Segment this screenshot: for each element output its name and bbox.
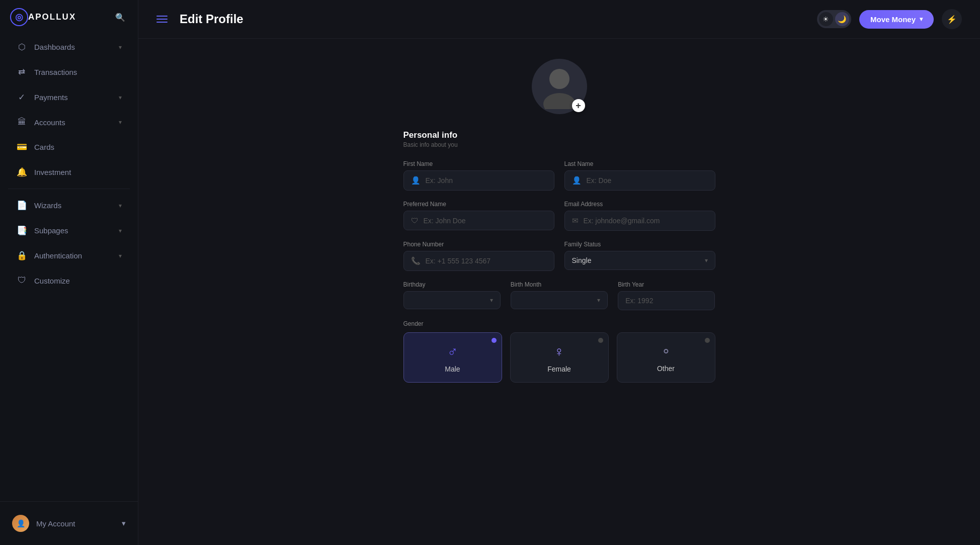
chevron-down-icon: ▾ [119,227,122,234]
gender-female-label: Female [547,365,571,373]
sidebar-item-label: Subpages [34,226,68,235]
phone-input[interactable] [426,257,547,265]
other-icon: ⚬ [661,344,672,359]
svg-point-0 [549,69,569,89]
content-area: + Personal info Basic info about you Fir… [138,39,980,545]
authentication-icon: 🔒 [16,250,27,261]
family-status-group: Family Status Single Married Divorced Wi… [564,241,715,271]
birthday-label: Birthday [403,281,501,288]
gender-other[interactable]: ⚬ Other [617,332,715,383]
gender-male[interactable]: ♂ Male [403,332,502,383]
birth-month-dropdown[interactable]: ▾ [511,291,608,309]
preferred-name-input[interactable] [424,217,547,225]
profile-avatar-wrapper: + [532,59,587,114]
sidebar-item-label: Investment [34,168,71,176]
cards-icon: 💳 [16,142,27,152]
last-name-input-wrapper: 👤 [564,170,715,191]
chevron-down-icon: ▾ [122,519,126,528]
move-money-label: Move Money [870,15,916,24]
chevron-down-icon: ▾ [119,202,122,209]
sidebar-item-subpages[interactable]: 📑 Subpages ▾ [4,218,134,243]
investment-icon: 🔔 [16,167,27,177]
customize-icon: 🛡 [16,276,27,286]
birth-year-label: Birth Year [618,281,715,288]
shield-icon: 🛡 [411,216,419,225]
app-name: APOLLUX [28,12,76,22]
sidebar-item-investment[interactable]: 🔔 Investment [4,160,134,185]
birth-year-input[interactable] [625,297,707,305]
sidebar-item-label: Wizards [34,201,61,210]
family-status-select-wrapper[interactable]: Single Married Divorced Widowed ▾ [564,251,715,270]
person-icon: 👤 [411,176,421,185]
search-icon[interactable]: 🔍 [113,10,128,25]
header-right: ☀ 🌙 Move Money ▾ ⚡ [817,9,962,29]
chevron-down-icon: ▾ [920,16,923,23]
email-icon: ✉ [572,216,579,225]
family-status-label: Family Status [564,241,715,248]
phone-group: Phone Number 📞 [403,241,554,271]
avatar: 👤 [12,515,29,532]
logo-icon: ◎ [10,8,28,26]
gender-female[interactable]: ♀ Female [510,332,609,383]
gender-label: Gender [403,320,715,327]
menu-icon[interactable] [156,16,168,23]
sidebar-item-cards[interactable]: 💳 Cards [4,135,134,159]
theme-toggle[interactable]: ☀ 🌙 [817,10,851,28]
chevron-down-icon: ▾ [705,257,708,264]
phone-icon: 📞 [411,256,421,265]
gender-male-label: Male [445,365,460,373]
email-label: Email Address [564,201,715,208]
move-money-button[interactable]: Move Money ▾ [859,10,934,29]
sidebar: ◎ APOLLUX 🔍 ⬡ Dashboards ▾ ⇄ Transaction… [0,0,138,545]
preferred-email-row: Preferred Name 🛡 Email Address ✉ [403,201,715,231]
logo-row: ◎ APOLLUX 🔍 [0,0,138,30]
sidebar-item-payments[interactable]: ✓ Payments ▾ [4,85,134,110]
gender-options: ♂ Male ♀ Female ⚬ Other [403,332,715,383]
sidebar-item-label: Customize [34,277,70,285]
my-account-label: My Account [36,519,75,528]
my-account-item[interactable]: 👤 My Account ▾ [0,508,138,539]
email-input-wrapper: ✉ [564,211,715,231]
sidebar-item-wizards[interactable]: 📄 Wizards ▾ [4,193,134,218]
sidebar-item-dashboards[interactable]: ⬡ Dashboards ▾ [4,35,134,59]
phone-input-wrapper: 📞 [403,251,554,271]
moon-icon: 🌙 [835,12,849,26]
sidebar-item-label: Dashboards [34,43,75,51]
birth-year-input-wrapper [618,291,715,310]
sidebar-item-transactions[interactable]: ⇄ Transactions [4,60,134,84]
accounts-icon: 🏛 [16,117,27,127]
female-icon: ♀ [554,344,564,360]
sidebar-item-customize[interactable]: 🛡 Customize [4,268,134,293]
sidebar-item-label: Payments [34,93,68,102]
payments-icon: ✓ [16,92,27,103]
sidebar-item-authentication[interactable]: 🔒 Authentication ▾ [4,243,134,268]
page-title: Edit Profile [180,12,243,26]
sidebar-item-label: Accounts [34,118,65,127]
email-input[interactable] [584,217,708,225]
last-name-input[interactable] [587,176,708,185]
birth-month-group: Birth Month ▾ [511,281,608,310]
chevron-down-icon: ▾ [490,297,493,304]
chevron-down-icon: ▾ [119,44,122,51]
first-name-input[interactable] [426,176,547,185]
preferred-name-group: Preferred Name 🛡 [403,201,554,231]
subpages-icon: 📑 [16,225,27,236]
sidebar-item-accounts[interactable]: 🏛 Accounts ▾ [4,110,134,134]
preferred-name-label: Preferred Name [403,201,554,208]
wizards-icon: 📄 [16,200,27,211]
chevron-down-icon: ▾ [597,297,600,304]
sidebar-item-label: Cards [34,143,54,151]
chevron-down-icon: ▾ [119,119,122,126]
dashboards-icon: ⬡ [16,42,27,52]
sidebar-nav: ⬡ Dashboards ▾ ⇄ Transactions ✓ Payments… [0,30,138,501]
notification-button[interactable]: ⚡ [942,9,962,29]
email-group: Email Address ✉ [564,201,715,231]
avatar-add-button[interactable]: + [572,99,585,112]
transactions-icon: ⇄ [16,67,27,77]
gender-male-radio [492,338,497,343]
family-status-select[interactable]: Single Married Divorced Widowed [572,256,700,264]
first-name-group: First Name 👤 [403,160,554,191]
sun-icon: ☀ [819,12,833,26]
birthday-dropdown[interactable]: ▾ [403,291,501,309]
phone-family-row: Phone Number 📞 Family Status Single Marr… [403,241,715,271]
